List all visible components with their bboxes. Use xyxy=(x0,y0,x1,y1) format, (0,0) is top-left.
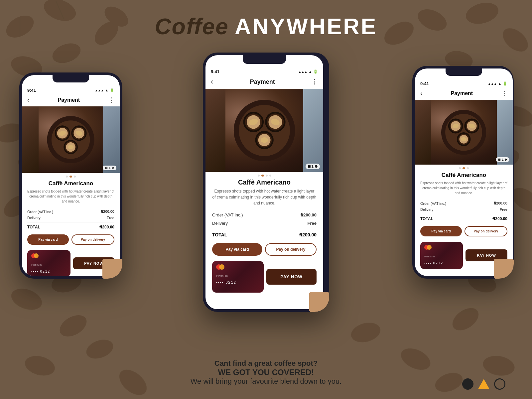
status-icons-right: ▲▲▲ ▲ 🔋 xyxy=(488,81,507,86)
card-number-right: •••• 0212 xyxy=(424,261,459,265)
bottom-icons xyxy=(462,378,505,390)
product-name-left: Caffè Americano xyxy=(27,180,114,187)
corner-decoration-left xyxy=(102,259,120,276)
bottom-line1: Cant find a great coffee spot? xyxy=(150,359,382,368)
card-number-center: •••• 0212 xyxy=(216,280,260,284)
product-desc-center: Espresso shots topped with hot water cre… xyxy=(212,188,317,206)
notch-left xyxy=(53,75,89,82)
notch-center xyxy=(243,55,286,64)
status-icons-left: ▲▲▲ ▲ 🔋 xyxy=(95,88,114,92)
side-image-right-left xyxy=(103,106,120,173)
app-header-center: ‹ Payment ⋮ xyxy=(205,75,323,89)
product-image-right: ⊞ 1 ⊕ xyxy=(415,100,513,165)
order-row-vat-left: Order (VAT inc.) ₦200.00 xyxy=(27,208,114,215)
back-button-center[interactable]: ‹ xyxy=(211,77,213,86)
product-name-center: Caffè Americano xyxy=(212,179,317,186)
status-bar-right: 9:41 ▲▲▲ ▲ 🔋 xyxy=(415,79,513,87)
credit-card-center: Platinum •••• 0212 xyxy=(212,261,264,293)
corner-decoration-center xyxy=(309,292,323,309)
img-counter-center: ⊞ 1 ⊕ xyxy=(306,164,320,169)
icon-circle-filled-left xyxy=(462,378,473,390)
pay-on-delivery-button-left[interactable]: Pay on delivery xyxy=(71,234,114,245)
title-coffee: Coffee xyxy=(155,13,228,39)
product-image-left: ⊞ 1 ⊕ xyxy=(22,106,120,173)
order-summary-center: Order (VAT inc.) ₦200.00 Delivery Free T… xyxy=(205,209,323,240)
app-header-right: ‹ Payment ⋮ xyxy=(415,87,513,100)
order-row-total-right: TOTAL ₦200.00 xyxy=(420,215,507,222)
card-logo-orange-center xyxy=(219,264,224,270)
notch-right xyxy=(446,68,482,76)
phone-right: 9:41 ▲▲▲ ▲ 🔋 ‹ Payment ⋮ xyxy=(412,66,514,279)
payment-buttons-left: Pay via card Pay on delivery xyxy=(22,232,120,247)
side-image-left-right xyxy=(415,100,431,165)
phone-left: 9:41 ▲▲▲ ▲ 🔋 ‹ Payment ⋮ xyxy=(19,72,122,279)
img-counter-right: ⊞ 1 ⊕ xyxy=(496,157,509,162)
product-desc-left: Espresso shots topped with hot water cre… xyxy=(27,189,114,204)
main-content: Coffee ANYWHERE 9:41 ▲▲▲ ▲ 🔋 xyxy=(0,0,532,399)
credit-card-right: Platinum •••• 0212 xyxy=(420,242,463,269)
product-info-left: Caffè Americano Espresso shots topped wi… xyxy=(22,179,120,204)
more-button-left[interactable]: ⋮ xyxy=(108,96,114,104)
back-button-left[interactable]: ‹ xyxy=(27,96,30,104)
order-row-total-center: TOTAL ₦200.00 xyxy=(212,230,317,239)
bottom-text: Cant find a great coffee spot? WE GOT YO… xyxy=(150,359,382,386)
card-platinum-right: Platinum xyxy=(424,255,459,258)
credit-card-left: Platinum •••• 0212 xyxy=(27,250,70,276)
side-image-right-center xyxy=(303,89,323,172)
card-platinum-center: Platinum xyxy=(216,274,260,278)
bottom-line2: WE GOT YOU COVERED! xyxy=(150,368,382,377)
order-row-vat-center: Order (VAT inc.) ₦200.00 xyxy=(212,211,317,219)
header-title-right: Payment xyxy=(451,90,473,96)
card-number-left: •••• 0212 xyxy=(31,270,66,273)
payment-buttons-right: Pay via card Pay on delivery xyxy=(415,223,513,239)
order-row-total-left: TOTAL ₦200.00 xyxy=(27,224,114,230)
product-image-center: ⊞ 1 ⊕ xyxy=(205,89,323,172)
order-row-vat-right: Order (VAT inc.) ₦200.00 xyxy=(420,200,507,206)
phone-left-screen: 9:41 ▲▲▲ ▲ 🔋 ‹ Payment ⋮ xyxy=(22,75,120,276)
order-row-delivery-left: Delivery Free xyxy=(27,215,114,221)
side-image-left-center xyxy=(205,89,225,172)
svg-point-50 xyxy=(68,145,74,149)
pay-on-delivery-button-right[interactable]: Pay on delivery xyxy=(465,226,507,236)
pay-via-card-button-right[interactable]: Pay via card xyxy=(420,226,462,236)
app-title: Coffee ANYWHERE xyxy=(155,13,377,39)
img-counter-left: ⊞ 1 ⊕ xyxy=(103,166,116,170)
card-area-center: Platinum •••• 0212 PAY NOW xyxy=(205,258,323,295)
status-bar-center: 9:41 ▲▲▲ ▲ 🔋 xyxy=(205,67,323,75)
card-logo-orange-right xyxy=(427,245,432,250)
product-info-center: Caffè Americano Espresso shots topped wi… xyxy=(205,178,323,206)
dots-left xyxy=(22,173,120,179)
payment-buttons-center: Pay via card Pay on delivery xyxy=(205,240,323,258)
product-info-right: Caffè Americano Espresso shots topped wi… xyxy=(415,171,513,196)
status-bar-left: 9:41 ▲▲▲ ▲ 🔋 xyxy=(22,86,120,93)
order-row-delivery-center: Delivery Free xyxy=(212,219,317,227)
dots-center xyxy=(205,172,323,178)
order-row-delivery-right: Delivery Free xyxy=(420,206,507,212)
header-title-center: Payment xyxy=(250,78,275,85)
dots-right xyxy=(415,165,513,171)
card-logo-orange-left xyxy=(34,253,39,258)
back-button-right[interactable]: ‹ xyxy=(420,89,423,97)
product-name-right: Caffè Americano xyxy=(420,172,507,179)
svg-point-64 xyxy=(261,137,268,143)
phone-right-screen: 9:41 ▲▲▲ ▲ 🔋 ‹ Payment ⋮ xyxy=(415,68,513,276)
pay-via-card-button-center[interactable]: Pay via card xyxy=(212,243,262,256)
side-image-left-left xyxy=(22,106,39,173)
icon-circle-right xyxy=(494,378,505,390)
icon-triangle xyxy=(478,379,489,389)
side-image-right-right xyxy=(497,100,513,165)
more-button-center[interactable]: ⋮ xyxy=(312,78,318,85)
card-platinum-left: Platinum xyxy=(31,263,66,266)
product-desc-right: Espresso shots topped with hot water cre… xyxy=(420,181,507,196)
header-title-left: Payment xyxy=(58,97,80,103)
order-summary-right: Order (VAT inc.) ₦200.00 Delivery Free T… xyxy=(415,199,513,223)
more-button-right[interactable]: ⋮ xyxy=(501,90,507,97)
phones-container: 9:41 ▲▲▲ ▲ 🔋 ‹ Payment ⋮ xyxy=(0,46,532,399)
app-header-left: ‹ Payment ⋮ xyxy=(22,93,120,106)
title-anywhere: ANYWHERE xyxy=(235,13,377,39)
pay-now-button-center[interactable]: PAY NOW xyxy=(266,269,317,285)
pay-via-card-button-left[interactable]: Pay via card xyxy=(27,234,69,245)
pay-on-delivery-button-center[interactable]: Pay on delivery xyxy=(265,243,317,256)
svg-point-78 xyxy=(461,137,466,141)
phone-center-screen: 9:41 ▲▲▲ ▲ 🔋 ‹ Payment ⋮ xyxy=(205,55,323,309)
